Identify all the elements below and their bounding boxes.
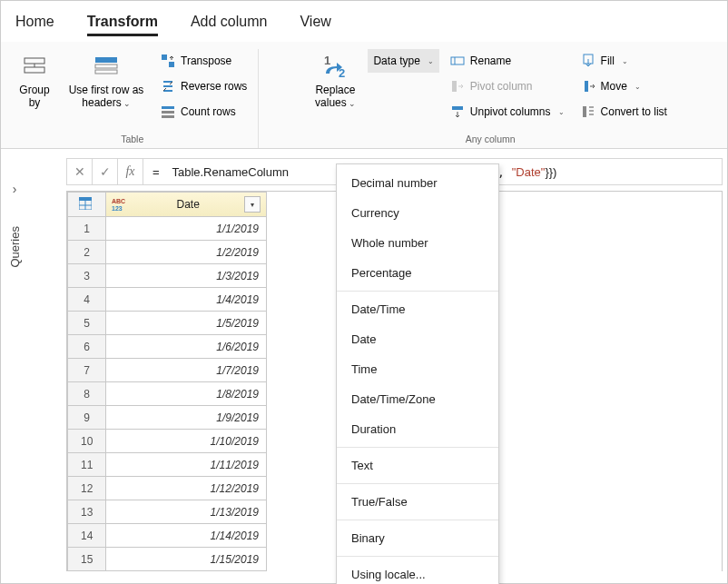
row-number[interactable]: 6: [68, 335, 106, 359]
table-row[interactable]: 91/9/2019: [68, 406, 267, 430]
menu-item-whole[interactable]: Whole number: [337, 228, 498, 258]
replace-values-button[interactable]: 12 Replace values⌄: [308, 49, 362, 114]
row-number[interactable]: 10: [68, 430, 106, 453]
convert-to-list-button[interactable]: Convert to list: [576, 100, 673, 124]
svg-rect-0: [25, 58, 44, 64]
menu-item-dtzone[interactable]: Date/Time/Zone: [337, 384, 498, 414]
table-row[interactable]: 131/13/2019: [68, 500, 267, 524]
cell-value[interactable]: 1/4/2019: [106, 288, 267, 312]
column-header-date[interactable]: ABC123 Date ▾: [106, 193, 267, 217]
table-row[interactable]: 111/11/2019: [68, 453, 267, 477]
formula-accept-button[interactable]: ✓: [93, 159, 118, 184]
row-number[interactable]: 1: [68, 217, 106, 241]
cell-value[interactable]: 1/8/2019: [106, 382, 267, 406]
svg-rect-8: [162, 111, 174, 114]
svg-text:ABC: ABC: [112, 198, 125, 204]
menu-item-decimal[interactable]: Decimal number: [337, 168, 498, 198]
row-number[interactable]: 14: [68, 524, 106, 548]
reverse-rows-button[interactable]: Reverse rows: [155, 74, 252, 98]
table-row[interactable]: 141/14/2019: [68, 524, 267, 548]
table-row[interactable]: 101/10/2019: [68, 430, 267, 453]
first-row-headers-button[interactable]: Use first row as headers⌄: [63, 49, 150, 114]
formula-cancel-button[interactable]: ✕: [67, 159, 93, 184]
formula-fx-button[interactable]: fx: [118, 159, 143, 184]
count-rows-button[interactable]: Count rows: [155, 100, 252, 124]
row-number[interactable]: 4: [68, 288, 106, 312]
cell-value[interactable]: 1/14/2019: [106, 524, 267, 548]
queries-sidebar-toggle[interactable]: › Queries: [3, 182, 26, 291]
replace-values-label: Replace values⌄: [313, 84, 357, 110]
fill-button[interactable]: Fill ⌄: [576, 49, 673, 73]
table-row[interactable]: 31/3/2019: [68, 264, 267, 288]
menu-separator: [337, 520, 498, 520]
group-by-button[interactable]: Group by: [12, 49, 57, 114]
table-row[interactable]: 61/6/2019: [68, 335, 267, 359]
row-number[interactable]: 15: [68, 548, 106, 571]
grid-corner[interactable]: [68, 193, 106, 217]
tab-add-column[interactable]: Add column: [191, 14, 268, 36]
cell-value[interactable]: 1/13/2019: [106, 500, 267, 524]
row-number[interactable]: 9: [68, 406, 106, 430]
table-row[interactable]: 11/1/2019: [68, 217, 267, 241]
data-type-label: Data type: [373, 54, 419, 67]
row-number[interactable]: 5: [68, 312, 106, 335]
cell-value[interactable]: 1/1/2019: [106, 217, 267, 241]
rename-button[interactable]: Rename: [445, 49, 570, 73]
cell-value[interactable]: 1/9/2019: [106, 406, 267, 430]
transpose-button[interactable]: Transpose: [155, 49, 252, 73]
cell-value[interactable]: 1/2/2019: [106, 241, 267, 264]
menu-separator: [337, 556, 498, 557]
menu-item-locale[interactable]: Using locale...: [337, 559, 498, 584]
pivot-column-icon: [450, 79, 465, 94]
menu-item-datetime[interactable]: Date/Time: [337, 294, 498, 324]
row-number[interactable]: 2: [68, 241, 106, 264]
table-row[interactable]: 21/2/2019: [68, 241, 267, 264]
menu-item-currency[interactable]: Currency: [337, 198, 498, 228]
formula-prefix: Table.RenameColumn: [172, 165, 289, 179]
menu-item-time[interactable]: Time: [337, 354, 498, 384]
cell-value[interactable]: 1/7/2019: [106, 359, 267, 382]
tab-transform[interactable]: Transform: [87, 14, 158, 36]
table-row[interactable]: 71/7/2019: [68, 359, 267, 382]
cell-value[interactable]: 1/5/2019: [106, 312, 267, 335]
reverse-rows-label: Reverse rows: [181, 80, 247, 93]
tab-home[interactable]: Home: [15, 14, 54, 36]
cell-value[interactable]: 1/12/2019: [106, 477, 267, 500]
data-type-button[interactable]: Data type ⌄: [368, 49, 438, 73]
transpose-icon: [161, 54, 175, 68]
table-row[interactable]: 51/5/2019: [68, 312, 267, 335]
replace-values-icon: 12: [320, 53, 349, 82]
menu-item-truefalse[interactable]: True/False: [337, 487, 498, 517]
row-number[interactable]: 8: [68, 382, 106, 406]
menu-separator: [337, 447, 498, 448]
move-button[interactable]: Move ⌄: [576, 74, 673, 98]
menu-item-text[interactable]: Text: [337, 450, 498, 480]
row-number[interactable]: 3: [68, 264, 106, 288]
unpivot-columns-button[interactable]: Unpivot columns ⌄: [445, 100, 570, 124]
row-number[interactable]: 11: [68, 453, 106, 477]
cell-value[interactable]: 1/10/2019: [106, 430, 267, 453]
cell-value[interactable]: 1/6/2019: [106, 335, 267, 359]
cell-value[interactable]: 1/15/2019: [106, 548, 267, 571]
table-row[interactable]: 151/15/2019: [68, 548, 267, 571]
count-rows-label: Count rows: [181, 105, 236, 118]
column-filter-dropdown[interactable]: ▾: [244, 196, 261, 213]
cell-value[interactable]: 1/11/2019: [106, 453, 267, 477]
menu-item-percentage[interactable]: Percentage: [337, 258, 498, 288]
menu-item-date[interactable]: Date: [337, 324, 498, 354]
chevron-down-icon: ⌄: [428, 57, 434, 65]
cell-value[interactable]: 1/3/2019: [106, 264, 267, 288]
menu-item-binary[interactable]: Binary: [337, 523, 498, 553]
row-number[interactable]: 12: [68, 477, 106, 500]
row-number[interactable]: 13: [68, 500, 106, 524]
table-row[interactable]: 81/8/2019: [68, 382, 267, 406]
menu-separator: [337, 291, 498, 292]
row-number[interactable]: 7: [68, 359, 106, 382]
unpivot-columns-icon: [450, 104, 465, 119]
menu-item-duration[interactable]: Duration: [337, 414, 498, 444]
unpivot-columns-label: Unpivot columns: [470, 105, 551, 118]
table-row[interactable]: 121/12/2019: [68, 477, 267, 500]
table-row[interactable]: 41/4/2019: [68, 288, 267, 312]
group-label-any-column: Any column: [466, 132, 516, 148]
tab-view[interactable]: View: [300, 14, 330, 36]
